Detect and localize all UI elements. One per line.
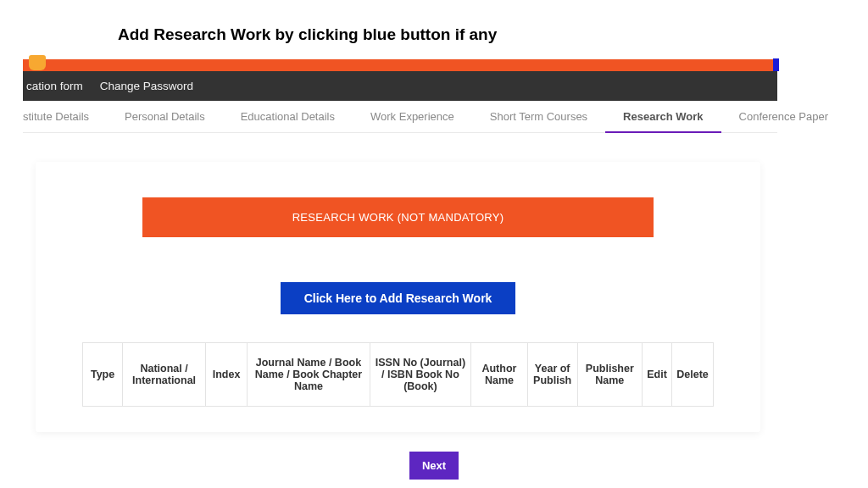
tab-bar: stitute Details Personal Details Educati… xyxy=(23,101,777,133)
scrollbar-fragment xyxy=(773,58,779,71)
tab-institute-details[interactable]: stitute Details xyxy=(23,101,107,133)
page-title: Add Research Work by clicking blue butto… xyxy=(0,0,868,59)
tab-conference-paper[interactable]: Conference Paper xyxy=(721,101,847,133)
add-research-work-button[interactable]: Click Here to Add Research Work xyxy=(281,282,516,314)
col-publisher-name: Publisher Name xyxy=(578,343,643,406)
section-banner: RESEARCH WORK (NOT MANDATORY) xyxy=(142,197,654,237)
col-issn-isbn: ISSN No (Journal) / ISBN Book No (Book) xyxy=(370,343,471,406)
col-index: Index xyxy=(206,343,248,406)
logo-fragment-icon xyxy=(29,55,46,70)
tab-personal-details[interactable]: Personal Details xyxy=(107,101,223,133)
tab-short-term-courses[interactable]: Short Term Courses xyxy=(472,101,605,133)
tab-educational-details[interactable]: Educational Details xyxy=(223,101,353,133)
research-table-header: Type National / International Index Jour… xyxy=(82,342,714,407)
col-journal-name: Journal Name / Book Name / Book Chapter … xyxy=(248,343,370,406)
col-delete: Delete xyxy=(672,343,713,406)
col-author-name: Author Name xyxy=(471,343,528,406)
top-brand-bar xyxy=(23,59,778,71)
tab-work-experience[interactable]: Work Experience xyxy=(353,101,472,133)
primary-nav: cation form Change Password xyxy=(23,71,777,101)
col-type: Type xyxy=(83,343,123,406)
col-national-international: National / International xyxy=(123,343,206,406)
next-button[interactable]: Next xyxy=(409,452,459,480)
col-year-publish: Year of Publish xyxy=(528,343,578,406)
content-panel: RESEARCH WORK (NOT MANDATORY) Click Here… xyxy=(36,162,760,432)
tab-research-work[interactable]: Research Work xyxy=(605,101,721,133)
nav-change-password[interactable]: Change Password xyxy=(100,80,193,92)
nav-application-form[interactable]: cation form xyxy=(26,80,83,92)
col-edit: Edit xyxy=(643,343,672,406)
